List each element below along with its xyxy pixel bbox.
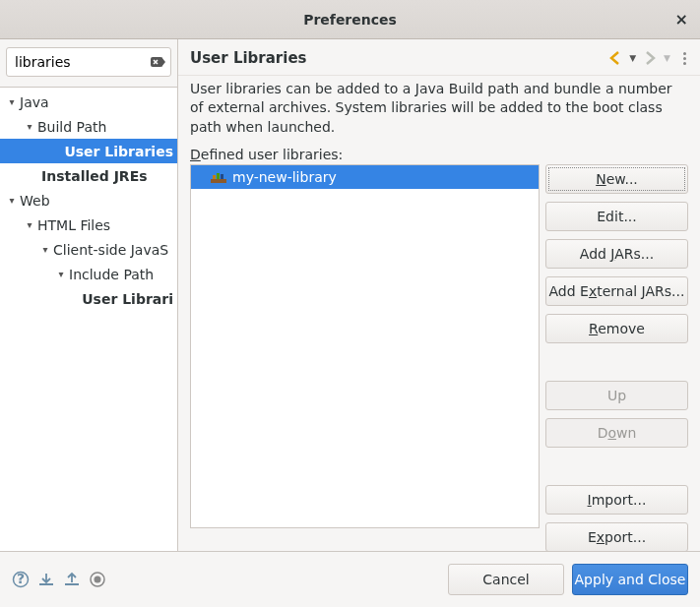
library-name: my-new-library <box>232 169 337 185</box>
forward-dropdown-icon[interactable]: ▼ <box>664 53 670 63</box>
add-external-jars-button[interactable]: Add External JARs... <box>545 276 688 306</box>
library-item[interactable]: my-new-library <box>191 165 539 189</box>
defined-libraries-list[interactable]: my-new-library <box>190 164 540 528</box>
page-description: User libraries can be added to a Java Bu… <box>178 75 700 147</box>
preferences-tree[interactable]: ▾Java ▾Build Path User Libraries Install… <box>0 88 177 551</box>
tree-item-web[interactable]: ▾Web <box>0 188 177 212</box>
import-button[interactable]: Import... <box>545 485 688 515</box>
expand-icon: ▾ <box>24 121 35 132</box>
defined-libraries-label: Defined user libraries: <box>190 147 688 162</box>
svg-text:?: ? <box>17 571 25 586</box>
expand-icon: ▾ <box>24 219 35 230</box>
svg-rect-4 <box>217 173 220 179</box>
apply-and-close-button[interactable]: Apply and Close <box>572 564 688 595</box>
window-title: Preferences <box>303 12 397 28</box>
expand-icon: ▾ <box>39 244 51 255</box>
svg-rect-3 <box>213 175 216 179</box>
expand-icon: ▾ <box>6 195 18 206</box>
preferences-page: User Libraries ▼ ▼ User libraries can be… <box>178 39 700 551</box>
svg-rect-5 <box>221 174 223 179</box>
new-button[interactable]: New... <box>545 164 688 194</box>
svg-rect-2 <box>211 179 226 183</box>
help-icon[interactable]: ? <box>12 571 30 588</box>
expand-icon: ▾ <box>6 96 18 107</box>
forward-icon[interactable] <box>642 50 658 66</box>
tree-item-installed-jres[interactable]: Installed JREs <box>0 163 177 188</box>
down-button: Down <box>545 418 688 448</box>
cancel-button[interactable]: Cancel <box>448 564 564 595</box>
tree-item-include-path[interactable]: ▾Include Path <box>0 262 177 286</box>
back-dropdown-icon[interactable]: ▼ <box>629 53 636 63</box>
window-titlebar: Preferences × <box>0 0 700 39</box>
page-history-nav: ▼ ▼ <box>607 50 688 66</box>
library-icon <box>211 171 226 183</box>
tree-item-web-user-libraries[interactable]: User Librari <box>0 286 177 311</box>
export-prefs-icon[interactable] <box>63 571 81 588</box>
dialog-footer: ? Cancel Apply and Close <box>0 551 700 607</box>
filter-search-input[interactable] <box>6 47 171 77</box>
tree-item-client-side-js[interactable]: ▾Client-side JavaS <box>0 237 177 262</box>
remove-button[interactable]: Remove <box>545 314 688 343</box>
tree-item-java[interactable]: ▾Java <box>0 90 177 114</box>
svg-marker-1 <box>161 57 165 67</box>
tree-item-build-path[interactable]: ▾Build Path <box>0 114 177 139</box>
back-icon[interactable] <box>607 50 623 66</box>
add-jars-button[interactable]: Add JARs... <box>545 239 688 269</box>
page-title: User Libraries <box>190 49 607 67</box>
preferences-tree-sidebar: ▾Java ▾Build Path User Libraries Install… <box>0 39 178 551</box>
window-close-button[interactable]: × <box>675 10 688 29</box>
oomph-icon[interactable] <box>89 571 106 588</box>
page-menu-icon[interactable] <box>680 52 688 65</box>
up-button: Up <box>545 381 688 410</box>
export-button[interactable]: Export... <box>545 522 688 552</box>
clear-search-icon[interactable] <box>150 54 165 70</box>
import-prefs-icon[interactable] <box>37 571 55 588</box>
svg-point-9 <box>95 577 101 583</box>
expand-icon: ▾ <box>55 269 67 279</box>
edit-button[interactable]: Edit... <box>545 202 688 231</box>
tree-item-user-libraries[interactable]: User Libraries <box>0 139 177 163</box>
library-buttons: New... Edit... Add JARs... Add External … <box>545 164 688 552</box>
tree-item-html-files[interactable]: ▾HTML Files <box>0 212 177 237</box>
